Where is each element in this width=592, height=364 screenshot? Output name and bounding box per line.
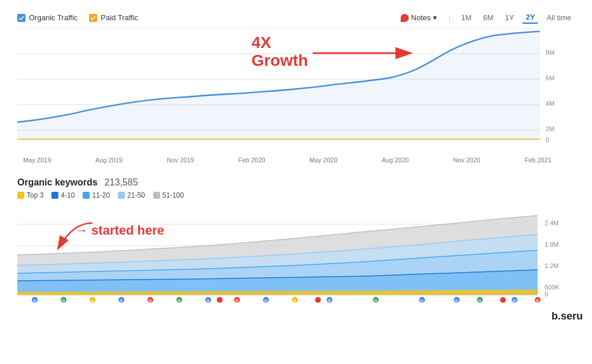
kw-legend-51-100: 51-100 (153, 191, 184, 199)
21-50-checkbox[interactable] (118, 192, 125, 199)
notes-icon (401, 14, 409, 22)
keywords-legend: Top 3 4-10 11-20 21-50 51-100 (17, 191, 575, 199)
svg-text:G: G (293, 299, 297, 303)
time-alltime[interactable]: All time (543, 12, 575, 23)
svg-text:G: G (264, 299, 268, 303)
organic-fill (17, 31, 540, 140)
paid-checkbox[interactable] (89, 14, 97, 22)
keywords-count: 213,585 (105, 177, 138, 188)
time-2y[interactable]: 2Y (522, 12, 538, 24)
top3-checkbox[interactable] (17, 192, 24, 199)
x-label-4: Feb 2020 (238, 157, 265, 164)
4-10-checkbox[interactable] (51, 192, 58, 199)
4-10-label: 4-10 (61, 191, 75, 199)
x-label-3: Nov 2019 (167, 157, 194, 164)
svg-text:G: G (328, 299, 331, 303)
svg-point-37 (315, 297, 321, 303)
svg-text:G: G (177, 299, 181, 303)
keywords-chart-svg: G G G G G G G G G G (17, 203, 572, 310)
organic-checkbox[interactable] (17, 14, 25, 22)
svg-text:G: G (206, 299, 210, 303)
bottom-chart-section: Organic keywords 213,585 Top 3 4-10 11-2… (17, 177, 575, 315)
x-label-6: Aug 2020 (382, 157, 409, 164)
x-axis-top: May 2019 Aug 2019 Nov 2019 Feb 2020 May … (17, 157, 575, 164)
svg-text:6M: 6M (546, 75, 554, 81)
time-1y[interactable]: 1Y (502, 12, 518, 23)
svg-text:2M: 2M (546, 125, 554, 132)
11-20-checkbox[interactable] (83, 192, 90, 199)
legend-organic: Organic Traffic (17, 13, 77, 22)
watermark: b.seru (552, 310, 583, 322)
chart-legend: Organic Traffic Paid Traffic (17, 13, 138, 22)
svg-text:G: G (455, 299, 458, 303)
svg-text:0: 0 (545, 291, 548, 298)
x-label-1: May 2019 (23, 157, 51, 164)
organic-label: Organic Traffic (29, 13, 77, 22)
svg-text:G: G (536, 299, 539, 303)
svg-text:4M: 4M (546, 100, 554, 107)
svg-text:G: G (420, 299, 424, 303)
chart-svg-top: 0 2M 4M 6M 8M (17, 28, 575, 155)
svg-text:8M: 8M (546, 49, 554, 56)
11-20-label: 11-20 (92, 191, 110, 199)
svg-text:G: G (120, 299, 123, 303)
svg-text:G: G (149, 299, 152, 303)
paid-label: Paid Traffic (101, 13, 138, 22)
svg-point-38 (500, 297, 506, 303)
time-1m[interactable]: 1M (457, 12, 475, 23)
svg-text:G: G (478, 299, 482, 303)
svg-text:G: G (91, 299, 94, 303)
svg-text:1.8M: 1.8M (545, 241, 558, 248)
svg-text:G: G (62, 299, 65, 303)
keywords-header: Organic keywords 213,585 (17, 177, 575, 188)
51-100-checkbox[interactable] (153, 192, 160, 199)
legend-controls-bar: Organic Traffic Paid Traffic Notes ▾ | 1… (17, 12, 575, 24)
keywords-title: Organic keywords (17, 177, 98, 188)
legend-paid: Paid Traffic (89, 13, 138, 22)
svg-text:G: G (235, 299, 239, 303)
keywords-chart: G G G G G G G G G G (17, 203, 575, 315)
svg-text:1.2M: 1.2M (545, 262, 558, 269)
svg-text:G: G (33, 299, 36, 303)
x-label-7: Nov 2020 (453, 157, 480, 164)
notes-label: Notes (411, 13, 431, 22)
svg-text:2.4M: 2.4M (545, 220, 558, 226)
svg-text:G: G (374, 299, 378, 303)
svg-text:0: 0 (546, 136, 549, 143)
51-100-label: 51-100 (162, 191, 184, 199)
kw-legend-top3: Top 3 (17, 191, 43, 199)
x-label-5: May 2020 (309, 157, 337, 164)
kw-legend-21-50: 21-50 (118, 191, 145, 199)
kw-legend-11-20: 11-20 (83, 191, 110, 199)
time-6m[interactable]: 6M (480, 12, 497, 23)
svg-text:600K: 600K (545, 284, 560, 291)
chevron-icon: ▾ (433, 13, 437, 22)
top-chart-section: Organic Traffic Paid Traffic Notes ▾ | 1… (17, 12, 575, 164)
kw-legend-4-10: 4-10 (51, 191, 75, 199)
divider: | (449, 13, 450, 22)
organic-traffic-chart: 0 2M 4M 6M 8M 4XGrowth (17, 28, 575, 155)
notes-button[interactable]: Notes ▾ (396, 12, 442, 23)
svg-text:G: G (513, 299, 516, 303)
top3-label: Top 3 (27, 191, 43, 199)
svg-point-36 (217, 297, 223, 303)
x-label-8: Feb 2021 (524, 157, 551, 164)
x-label-2: Aug 2019 (95, 157, 123, 164)
21-50-label: 21-50 (127, 191, 145, 199)
time-controls: Notes ▾ | 1M 6M 1Y 2Y All time (396, 12, 575, 24)
